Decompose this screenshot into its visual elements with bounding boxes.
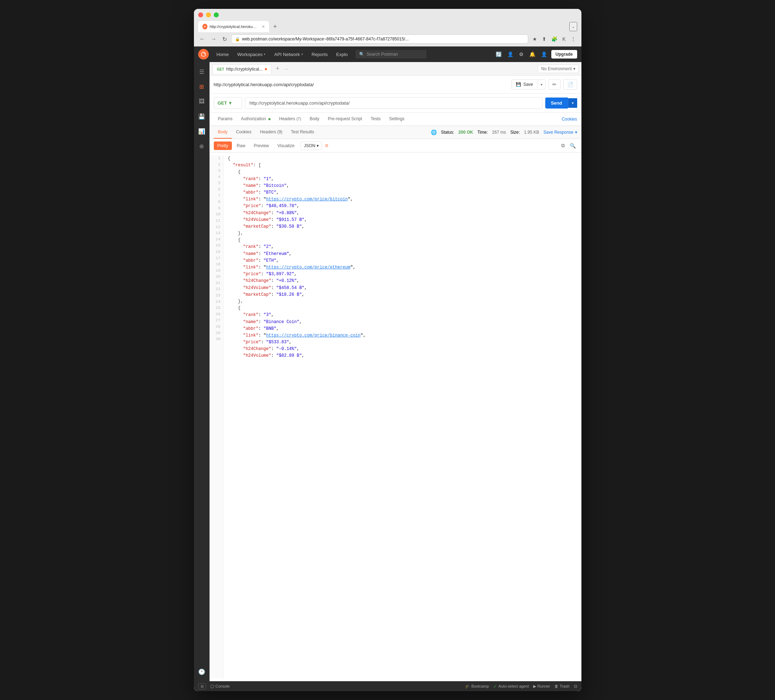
sidebar-new-request[interactable]: ☰	[195, 65, 208, 78]
search-bar[interactable]: 🔍 Search Postman	[356, 50, 426, 58]
save-response-chevron-icon: ▾	[575, 130, 577, 135]
request-tabs-bar: GET http://cryptolytical... + ··· No Env…	[210, 62, 581, 75]
tab-close-button[interactable]: ✕	[262, 25, 265, 29]
subtab-authorization[interactable]: Authorization	[237, 113, 275, 125]
more-tabs-button[interactable]: ···	[282, 65, 291, 72]
format-select[interactable]: JSON ▾	[301, 142, 322, 150]
sidebar-toggle-icon: ⊟	[198, 683, 206, 689]
profile-icon[interactable]: K	[561, 35, 567, 43]
response-tab-test-results[interactable]: Test Results	[287, 126, 318, 138]
http-request-bar: GET ▾ Send ▾	[210, 93, 581, 113]
bootcamp-button[interactable]: 🎓 Bootcamp	[465, 684, 489, 688]
sidebar-flows[interactable]: ⊕	[195, 139, 208, 153]
main-content: GET http://cryptolytical... + ··· No Env…	[210, 62, 581, 681]
postman-app: Home Workspaces ▾ API Network ▾ Reports …	[194, 47, 581, 691]
subtab-headers[interactable]: Headers (7)	[275, 113, 305, 125]
subtab-pre-request[interactable]: Pre-request Script	[324, 113, 367, 125]
send-dropdown-button[interactable]: ▾	[568, 98, 577, 108]
notification-icon[interactable]: 🔔	[528, 50, 537, 58]
size-value: 1.95 KB	[524, 130, 539, 135]
sync-icon[interactable]: 🔄	[494, 50, 503, 58]
save-response-button[interactable]: Save Response ▾	[544, 130, 577, 135]
response-view-tabs: Pretty Raw Preview Visualize JSON ▾ ≡ ⧉ …	[210, 139, 581, 152]
tab-expand-button[interactable]: ⌄	[569, 22, 577, 31]
extensions-icon[interactable]: 🧩	[550, 35, 559, 43]
search-response-button[interactable]: 🔍	[568, 141, 577, 150]
env-chevron-icon: ▾	[573, 66, 575, 71]
status-label: Status:	[441, 130, 454, 135]
response-tab-headers[interactable]: Headers (9)	[256, 126, 286, 138]
sidebar-toggle-button[interactable]: ⊟	[198, 683, 206, 689]
cookies-link[interactable]: Cookies	[562, 117, 577, 122]
save-button[interactable]: 💾 Save	[512, 80, 537, 89]
postman-nav: Home Workspaces ▾ API Network ▾ Reports …	[194, 47, 581, 62]
trash-icon: 🗑	[554, 684, 559, 688]
view-preview[interactable]: Preview	[250, 142, 273, 150]
view-pretty[interactable]: Pretty	[214, 142, 232, 150]
auto-select-agent-button[interactable]: ✓ Auto-select agent	[493, 684, 529, 689]
search-placeholder: Search Postman	[367, 52, 398, 57]
refresh-button[interactable]: ↻	[221, 35, 228, 43]
doc-button[interactable]: 📄	[563, 79, 577, 90]
right-panel-toggle[interactable]: ⊡	[574, 684, 577, 688]
url-input[interactable]	[245, 97, 542, 109]
sidebar-mock-servers[interactable]: 💾	[195, 110, 208, 123]
minimize-traffic-light[interactable]	[206, 12, 211, 17]
console-icon: ⬡	[210, 684, 214, 689]
view-raw[interactable]: Raw	[233, 142, 249, 150]
user-icon[interactable]: 👤	[506, 50, 515, 58]
response-tabs-row: Body Cookies Headers (9) Test Results 🌐 …	[210, 126, 581, 139]
trash-button[interactable]: 🗑 Trash	[554, 684, 570, 688]
sidebar-monitors[interactable]: 📊	[195, 125, 208, 138]
time-label: Time:	[477, 130, 488, 135]
runner-button[interactable]: ▶ Runner	[533, 684, 550, 688]
sidebar-environments[interactable]: 🖼	[195, 95, 208, 108]
response-tab-cookies[interactable]: Cookies	[232, 126, 256, 138]
address-bar[interactable]: 🔒 web.postman.co/workspace/My-Workspace~…	[231, 34, 529, 43]
avatar[interactable]: 👤	[540, 50, 549, 58]
share-icon[interactable]: ⬆	[541, 35, 548, 43]
save-dropdown-button[interactable]: ▾	[537, 80, 545, 88]
fullscreen-traffic-light[interactable]	[214, 12, 219, 17]
app-main-area: ☰ ⊞ 🖼 💾 📊 ⊕ 🕐 GET http://cryptolytical..…	[194, 62, 581, 691]
view-visualize[interactable]: Visualize	[274, 142, 298, 150]
send-button-group: Send ▾	[545, 98, 577, 108]
subtab-params[interactable]: Params	[214, 113, 237, 125]
subtab-settings[interactable]: Settings	[385, 113, 408, 125]
response-tab-body[interactable]: Body	[214, 126, 232, 138]
send-button[interactable]: Send	[545, 98, 568, 108]
wrap-lines-button[interactable]: ≡	[325, 143, 328, 149]
line-numbers: 1234567891011121314151617181920212223242…	[210, 155, 224, 678]
bootcamp-icon: 🎓	[465, 684, 470, 688]
method-select[interactable]: GET ▾	[214, 97, 242, 109]
settings-icon[interactable]: ⚙	[517, 50, 525, 58]
address-bar-row: ← → ↻ 🔒 web.postman.co/workspace/My-Work…	[194, 32, 581, 47]
nav-right: 🔄 👤 ⚙ 🔔 👤 Upgrade	[494, 50, 577, 58]
browser-tabs-row: P http://cryptolytical.herokuapp... ✕ + …	[198, 21, 577, 32]
add-tab-button[interactable]: +	[273, 64, 283, 73]
console-button[interactable]: ⬡ Console	[210, 684, 230, 689]
nav-explore[interactable]: Explo	[333, 50, 351, 59]
nav-api-network[interactable]: API Network ▾	[271, 50, 306, 59]
postman-logo	[198, 49, 209, 60]
nav-reports[interactable]: Reports	[308, 50, 331, 59]
response-status: 🌐 Status: 200 OK Time: 267 ms Size: 1.95…	[431, 130, 577, 135]
nav-workspaces[interactable]: Workspaces ▾	[234, 50, 269, 59]
environment-select[interactable]: No Environment ▾	[538, 65, 578, 73]
new-tab-button[interactable]: +	[271, 22, 280, 32]
copy-response-button[interactable]: ⧉	[560, 141, 566, 150]
sidebar-collections[interactable]: ⊞	[195, 80, 208, 93]
subtab-tests[interactable]: Tests	[366, 113, 385, 125]
back-button[interactable]: ←	[198, 35, 207, 43]
sidebar-history[interactable]: 🕐	[195, 665, 208, 678]
nav-home[interactable]: Home	[213, 50, 233, 59]
request-tab[interactable]: GET http://cryptolytical...	[212, 64, 271, 74]
browser-tab[interactable]: P http://cryptolytical.herokuapp... ✕	[198, 21, 269, 32]
subtab-body[interactable]: Body	[305, 113, 323, 125]
upgrade-button[interactable]: Upgrade	[551, 50, 577, 58]
edit-button[interactable]: ✏	[549, 79, 560, 90]
close-traffic-light[interactable]	[198, 12, 203, 17]
forward-button[interactable]: →	[210, 35, 218, 43]
bookmark-icon[interactable]: ★	[531, 35, 539, 43]
more-options-icon[interactable]: ⋮	[569, 35, 577, 43]
